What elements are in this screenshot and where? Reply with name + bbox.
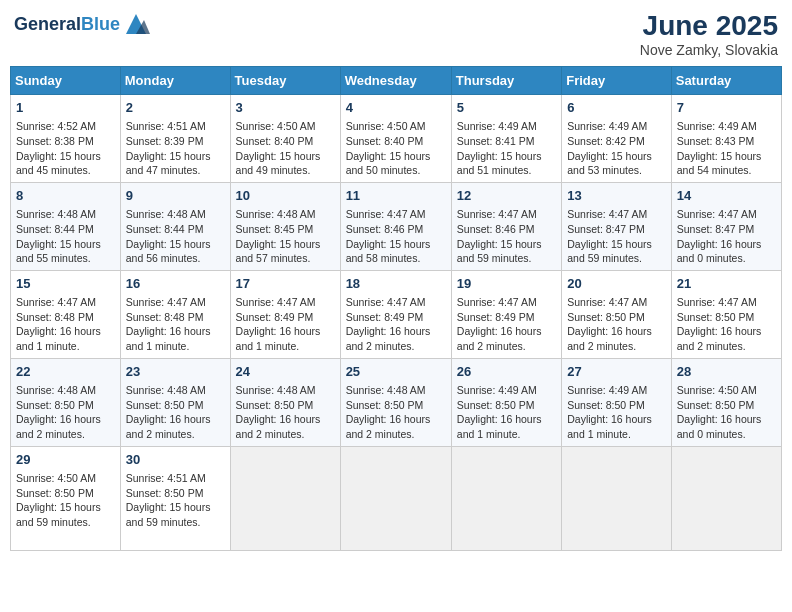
calendar-day-cell: 6Sunrise: 4:49 AMSunset: 8:42 PMDaylight… — [562, 95, 672, 183]
calendar: SundayMondayTuesdayWednesdayThursdayFrid… — [10, 66, 782, 551]
day-info-line: and 59 minutes. — [567, 251, 666, 266]
day-info-line: Sunset: 8:50 PM — [457, 398, 556, 413]
day-info-line: Sunset: 8:47 PM — [677, 222, 776, 237]
calendar-day-cell: 14Sunrise: 4:47 AMSunset: 8:47 PMDayligh… — [671, 182, 781, 270]
day-info-line: Sunset: 8:50 PM — [16, 486, 115, 501]
calendar-day-cell: 27Sunrise: 4:49 AMSunset: 8:50 PMDayligh… — [562, 358, 672, 446]
day-info-line: and 0 minutes. — [677, 251, 776, 266]
day-of-week-header: Monday — [120, 67, 230, 95]
day-info-line: Daylight: 15 hours — [457, 237, 556, 252]
day-info-line: and 2 minutes. — [346, 427, 446, 442]
calendar-day-cell: 23Sunrise: 4:48 AMSunset: 8:50 PMDayligh… — [120, 358, 230, 446]
calendar-day-cell: 17Sunrise: 4:47 AMSunset: 8:49 PMDayligh… — [230, 270, 340, 358]
calendar-day-cell: 11Sunrise: 4:47 AMSunset: 8:46 PMDayligh… — [340, 182, 451, 270]
day-info-line: and 49 minutes. — [236, 163, 335, 178]
day-of-week-header: Wednesday — [340, 67, 451, 95]
day-number: 20 — [567, 275, 666, 293]
day-info-line: and 54 minutes. — [677, 163, 776, 178]
day-info-line: Daylight: 16 hours — [236, 412, 335, 427]
calendar-day-cell: 1Sunrise: 4:52 AMSunset: 8:38 PMDaylight… — [11, 95, 121, 183]
header: GeneralBlue June 2025 Nove Zamky, Slovak… — [10, 10, 782, 58]
day-number: 19 — [457, 275, 556, 293]
day-number: 4 — [346, 99, 446, 117]
day-info-line: and 51 minutes. — [457, 163, 556, 178]
day-number: 22 — [16, 363, 115, 381]
day-info-line: Sunrise: 4:50 AM — [677, 383, 776, 398]
day-info-line: and 1 minute. — [126, 339, 225, 354]
calendar-header-row: SundayMondayTuesdayWednesdayThursdayFrid… — [11, 67, 782, 95]
day-info-line: Daylight: 16 hours — [346, 324, 446, 339]
day-info-line: Sunrise: 4:47 AM — [677, 207, 776, 222]
day-info-line: and 1 minute. — [236, 339, 335, 354]
day-info-line: Sunrise: 4:50 AM — [236, 119, 335, 134]
day-info-line: Sunset: 8:42 PM — [567, 134, 666, 149]
day-info-line: Sunset: 8:49 PM — [457, 310, 556, 325]
day-info-line: and 2 minutes. — [236, 427, 335, 442]
day-info-line: Sunset: 8:43 PM — [677, 134, 776, 149]
day-info-line: and 2 minutes. — [346, 339, 446, 354]
day-of-week-header: Friday — [562, 67, 672, 95]
day-number: 24 — [236, 363, 335, 381]
calendar-day-cell — [562, 446, 672, 550]
day-info-line: Sunrise: 4:49 AM — [457, 119, 556, 134]
day-info-line: Sunset: 8:40 PM — [346, 134, 446, 149]
day-info-line: and 53 minutes. — [567, 163, 666, 178]
day-info-line: Sunset: 8:50 PM — [567, 398, 666, 413]
day-info-line: Sunrise: 4:47 AM — [236, 295, 335, 310]
day-number: 10 — [236, 187, 335, 205]
day-number: 15 — [16, 275, 115, 293]
calendar-day-cell: 4Sunrise: 4:50 AMSunset: 8:40 PMDaylight… — [340, 95, 451, 183]
day-info-line: Sunset: 8:45 PM — [236, 222, 335, 237]
day-info-line: Daylight: 15 hours — [16, 237, 115, 252]
day-info-line: Sunrise: 4:47 AM — [346, 207, 446, 222]
calendar-week-row: 8Sunrise: 4:48 AMSunset: 8:44 PMDaylight… — [11, 182, 782, 270]
day-info-line: Sunset: 8:46 PM — [346, 222, 446, 237]
month-year: June 2025 — [640, 10, 778, 42]
day-info-line: Sunset: 8:38 PM — [16, 134, 115, 149]
day-info-line: and 1 minute. — [567, 427, 666, 442]
calendar-day-cell: 25Sunrise: 4:48 AMSunset: 8:50 PMDayligh… — [340, 358, 451, 446]
day-info-line: Sunset: 8:50 PM — [236, 398, 335, 413]
day-number: 17 — [236, 275, 335, 293]
day-info-line: Sunrise: 4:51 AM — [126, 119, 225, 134]
day-info-line: and 55 minutes. — [16, 251, 115, 266]
day-info-line: Sunset: 8:50 PM — [346, 398, 446, 413]
day-info-line: Sunrise: 4:48 AM — [16, 207, 115, 222]
day-info-line: Sunset: 8:41 PM — [457, 134, 556, 149]
day-number: 6 — [567, 99, 666, 117]
day-info-line: Daylight: 15 hours — [126, 237, 225, 252]
day-info-line: Daylight: 15 hours — [236, 149, 335, 164]
calendar-day-cell: 5Sunrise: 4:49 AMSunset: 8:41 PMDaylight… — [451, 95, 561, 183]
day-info-line: Daylight: 15 hours — [16, 500, 115, 515]
day-info-line: Sunset: 8:50 PM — [126, 486, 225, 501]
calendar-day-cell: 8Sunrise: 4:48 AMSunset: 8:44 PMDaylight… — [11, 182, 121, 270]
day-info-line: Daylight: 15 hours — [346, 149, 446, 164]
day-info-line: Sunrise: 4:47 AM — [677, 295, 776, 310]
day-number: 3 — [236, 99, 335, 117]
day-of-week-header: Tuesday — [230, 67, 340, 95]
day-info-line: and 50 minutes. — [346, 163, 446, 178]
calendar-week-row: 1Sunrise: 4:52 AMSunset: 8:38 PMDaylight… — [11, 95, 782, 183]
day-info-line: Daylight: 16 hours — [677, 237, 776, 252]
title-area: June 2025 Nove Zamky, Slovakia — [640, 10, 778, 58]
calendar-week-row: 15Sunrise: 4:47 AMSunset: 8:48 PMDayligh… — [11, 270, 782, 358]
day-info-line: and 58 minutes. — [346, 251, 446, 266]
calendar-day-cell: 2Sunrise: 4:51 AMSunset: 8:39 PMDaylight… — [120, 95, 230, 183]
calendar-day-cell: 26Sunrise: 4:49 AMSunset: 8:50 PMDayligh… — [451, 358, 561, 446]
calendar-day-cell: 24Sunrise: 4:48 AMSunset: 8:50 PMDayligh… — [230, 358, 340, 446]
day-info-line: Sunrise: 4:47 AM — [457, 295, 556, 310]
day-info-line: Sunrise: 4:49 AM — [567, 383, 666, 398]
day-info-line: Sunset: 8:47 PM — [567, 222, 666, 237]
calendar-day-cell: 22Sunrise: 4:48 AMSunset: 8:50 PMDayligh… — [11, 358, 121, 446]
day-info-line: Daylight: 15 hours — [236, 237, 335, 252]
day-info-line: Sunset: 8:50 PM — [126, 398, 225, 413]
day-of-week-header: Saturday — [671, 67, 781, 95]
day-number: 14 — [677, 187, 776, 205]
day-number: 9 — [126, 187, 225, 205]
day-info-line: Daylight: 16 hours — [126, 324, 225, 339]
calendar-day-cell: 12Sunrise: 4:47 AMSunset: 8:46 PMDayligh… — [451, 182, 561, 270]
day-info-line: Sunrise: 4:48 AM — [236, 383, 335, 398]
day-number: 30 — [126, 451, 225, 469]
day-number: 12 — [457, 187, 556, 205]
calendar-day-cell: 16Sunrise: 4:47 AMSunset: 8:48 PMDayligh… — [120, 270, 230, 358]
